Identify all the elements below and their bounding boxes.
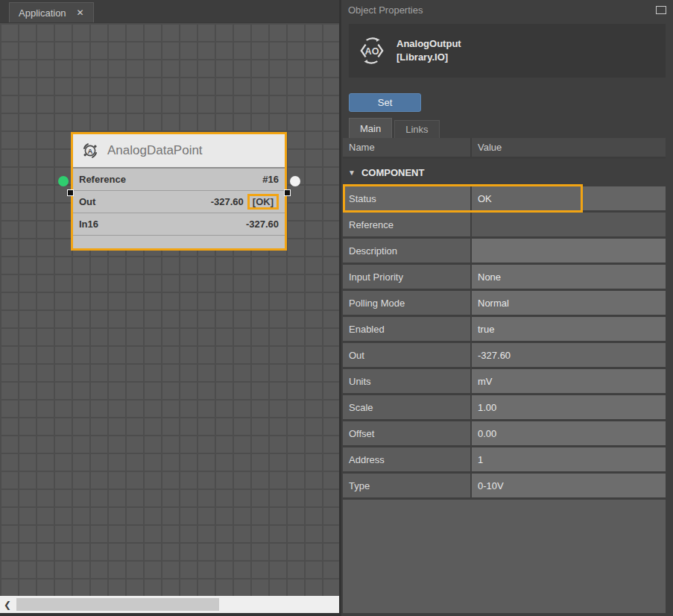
- tab-main[interactable]: Main: [349, 118, 392, 138]
- table-row-status[interactable]: Status OK: [343, 186, 666, 210]
- table-header: Name Value: [343, 138, 666, 159]
- dock-window-icon[interactable]: [656, 6, 666, 14]
- close-icon[interactable]: ✕: [77, 7, 84, 18]
- node-slot-empty: [73, 236, 285, 248]
- wiresheet-region: Application ✕ A AnalogDataPoint: [0, 0, 339, 616]
- svg-text:AO: AO: [365, 46, 379, 57]
- object-library: [Library.IO]: [396, 51, 461, 64]
- slot-value: -327.60: [246, 219, 279, 230]
- node-title: AnalogDataPoint: [107, 143, 203, 158]
- object-header: AO AnalogOutput [Library.IO]: [349, 24, 666, 78]
- table-row-input-priority[interactable]: Input Priority None: [343, 265, 666, 289]
- tab-links[interactable]: Links: [394, 120, 439, 138]
- tab-label: Application: [19, 7, 66, 19]
- table-row-type[interactable]: Type 0-10V: [343, 474, 666, 497]
- panel-title: Object Properties: [348, 4, 656, 16]
- node-slot-in16[interactable]: In16 -327.60: [73, 213, 285, 236]
- tab-application[interactable]: Application ✕: [9, 2, 94, 22]
- slot-value: #16: [262, 174, 279, 185]
- highlight-box-ok: [OK]: [247, 194, 279, 210]
- property-table: Name Value ▼ COMPONENT Status OK Referen…: [343, 138, 666, 616]
- application-window: Application ✕ A AnalogDataPoint: [0, 0, 673, 616]
- white-port-icon[interactable]: [290, 176, 300, 186]
- slot-name: In16: [79, 219, 98, 230]
- slot-name: Out: [79, 196, 95, 207]
- analog-datapoint-node[interactable]: A AnalogDataPoint Reference #16 Out -: [71, 132, 287, 251]
- set-button[interactable]: Set: [349, 93, 421, 112]
- slot-value: -327.60: [211, 196, 244, 207]
- slot-name: Reference: [79, 174, 126, 185]
- green-port-icon[interactable]: [58, 176, 69, 186]
- panel-titlebar: Object Properties: [341, 0, 673, 19]
- table-row-polling-mode[interactable]: Polling Mode Normal: [343, 291, 666, 315]
- panel-tabs: Main Links: [349, 118, 673, 138]
- table-row-description[interactable]: Description: [343, 239, 666, 263]
- group-row-component[interactable]: ▼ COMPONENT: [343, 159, 666, 186]
- analog-output-icon: AO: [356, 35, 388, 66]
- node-slot-reference[interactable]: Reference #16: [73, 169, 285, 191]
- table-row-reference[interactable]: Reference: [343, 213, 666, 236]
- selection-handle-left[interactable]: [67, 189, 74, 196]
- wiresheet-canvas[interactable]: A AnalogDataPoint Reference #16 Out -: [0, 22, 339, 596]
- table-row-out[interactable]: Out -327.60: [343, 343, 666, 367]
- scroll-left-arrow-icon[interactable]: ❮: [0, 596, 15, 613]
- document-tab-bar: Application ✕: [0, 0, 339, 22]
- column-header-value: Value: [472, 142, 502, 153]
- node-header: A AnalogDataPoint: [73, 134, 285, 169]
- table-row-enabled[interactable]: Enabled true: [343, 317, 666, 341]
- horizontal-scrollbar[interactable]: ❮: [0, 596, 339, 613]
- table-row-offset[interactable]: Offset 0.00: [343, 421, 666, 445]
- column-header-name: Name: [343, 138, 472, 157]
- chevron-down-icon[interactable]: ▼: [348, 169, 356, 177]
- table-row-address[interactable]: Address 1: [343, 447, 666, 471]
- table-empty-area: [343, 500, 666, 613]
- object-properties-panel: Object Properties AO AnalogOutput [Libra…: [341, 0, 673, 616]
- table-row-scale[interactable]: Scale 1.00: [343, 395, 666, 419]
- node-slot-out[interactable]: Out -327.60 [OK]: [73, 191, 285, 213]
- svg-text:A: A: [88, 147, 93, 155]
- group-label: COMPONENT: [361, 167, 425, 178]
- object-name: AnalogOutput: [396, 37, 461, 51]
- selection-handle-right[interactable]: [284, 189, 291, 196]
- analog-node-icon: A: [80, 141, 100, 160]
- scrollbar-thumb[interactable]: [16, 598, 219, 611]
- table-row-units[interactable]: Units mV: [343, 369, 666, 393]
